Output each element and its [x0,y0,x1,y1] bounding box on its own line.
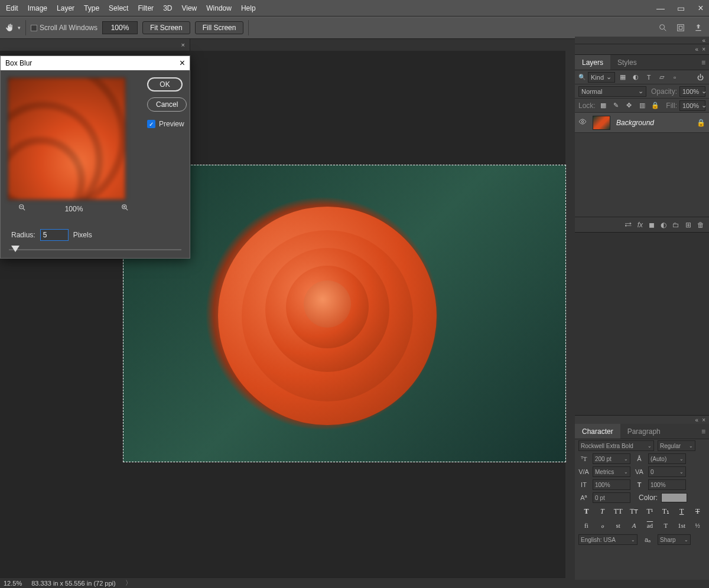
cancel-button[interactable]: Cancel [147,97,187,112]
lock-all-icon[interactable]: 🔒 [650,100,661,111]
ot-contextual-button[interactable]: ℴ [594,520,610,531]
filter-type-icon[interactable]: T [643,72,654,83]
adjustment-icon[interactable]: ◐ [661,221,666,229]
char-close-icon[interactable]: × [702,417,705,423]
window-minimize-icon[interactable]: — [655,4,666,13]
layer-list-area[interactable] [575,133,709,217]
lock-paint-icon[interactable]: ✎ [611,100,622,111]
share-icon[interactable] [694,23,703,32]
lock-trans-icon[interactable]: ▩ [598,100,609,111]
menu-window[interactable]: Window [201,0,236,16]
status-zoom[interactable]: 12.5% [4,580,22,587]
visibility-icon[interactable] [578,117,587,128]
link-layers-icon[interactable]: ⮂ [625,221,632,229]
filter-pixel-icon[interactable]: ▦ [617,72,628,83]
kerning-field[interactable]: Metrics⌄ [593,466,630,477]
allcaps-button[interactable]: TT [610,505,626,517]
tab-styles[interactable]: Styles [610,55,644,70]
window-maximize-icon[interactable]: ▭ [675,4,687,13]
blend-mode-select[interactable]: Normal⌄ [578,86,646,97]
ot-ligature-button[interactable]: fi [578,520,594,531]
antialias-select[interactable]: Sharp⌄ [658,534,691,545]
window-close-icon[interactable]: × [695,3,707,14]
tab-character[interactable]: Character [575,424,620,439]
menu-view[interactable]: View [177,0,201,16]
new-layer-icon[interactable]: ⊞ [685,221,691,229]
tool-chevron-icon[interactable]: ▾ [18,25,21,31]
strike-button[interactable]: T [690,505,705,517]
fill-screen-button[interactable]: Fill Screen [195,21,244,34]
language-select[interactable]: English: USA⌄ [578,534,638,545]
fill-field[interactable]: 100%⌄ [679,100,705,111]
char-menu-icon[interactable]: ≡ [701,427,705,436]
fit-screen-button[interactable]: Fit Screen [142,21,190,34]
font-family-select[interactable]: Rockwell Extra Bold⌄ [578,440,654,451]
tab-layers[interactable]: Layers [575,55,610,70]
document-tab[interactable]: × [0,39,190,51]
tracking-field[interactable]: 0⌄ [648,466,686,477]
layer-kind-filter[interactable]: Kind⌄ [588,72,615,83]
group-icon[interactable]: 🗀 [672,221,679,229]
filter-adjust-icon[interactable]: ◐ [630,72,641,83]
filter-shape-icon[interactable]: ▱ [656,72,667,83]
status-doc-info[interactable]: 83.333 in x 55.556 in (72 ppi) [31,580,116,587]
lock-pos-icon[interactable]: ✥ [624,100,635,111]
hscale-field[interactable]: 100% [648,479,686,490]
menu-select[interactable]: Select [104,0,133,16]
filter-smart-icon[interactable]: ▫ [669,72,680,83]
preview-checkbox[interactable]: ✓ Preview [147,120,184,128]
dialog-close-icon[interactable]: × [180,58,185,68]
search-icon[interactable] [658,23,668,32]
radius-slider[interactable] [9,244,181,255]
ot-discretionary-button[interactable]: st [610,520,626,531]
dialog-titlebar[interactable]: Box Blur × [1,56,190,70]
text-color-swatch[interactable] [661,493,687,502]
baseline-field[interactable]: 0 pt [593,492,630,503]
subscript-button[interactable]: T₁ [658,505,674,517]
ot-fractions-button[interactable]: ½ [690,520,705,531]
font-style-select[interactable]: Regular⌄ [658,440,695,451]
menu-filter[interactable]: Filter [133,0,158,16]
zoom-level-field[interactable]: 100% [102,21,138,34]
tab-close-icon[interactable]: × [181,41,185,48]
char-collapse-icon[interactable]: « [695,417,699,423]
layer-name[interactable]: Background [616,119,654,127]
superscript-button[interactable]: T¹ [642,505,658,517]
collapse-icon[interactable]: « [702,37,705,44]
quickmask-icon[interactable] [676,23,685,32]
faux-italic-button[interactable]: T [594,505,610,517]
layer-thumbnail[interactable] [593,116,610,130]
ot-titling-button[interactable]: T [658,520,674,531]
opacity-field[interactable]: 100%⌄ [679,86,705,97]
fx-icon[interactable]: fx [638,221,643,229]
status-flyout-icon[interactable]: 〉 [125,579,132,587]
ot-ordinals-button[interactable]: 1st [674,520,690,531]
ot-swash-button[interactable]: A [626,520,642,531]
leading-field[interactable]: (Auto)⌄ [648,453,686,464]
zoom-in-icon[interactable] [121,204,129,214]
tab-paragraph[interactable]: Paragraph [620,424,668,439]
lock-nest-icon[interactable]: ▥ [637,100,648,111]
layer-row-background[interactable]: Background 🔒 [575,113,709,133]
underline-button[interactable]: T [674,505,690,517]
ot-stylistic-button[interactable]: ad [642,520,658,531]
slider-knob-icon[interactable] [11,246,19,252]
mini-close-icon[interactable]: × [702,46,705,53]
menu-image[interactable]: Image [23,0,52,16]
layer-lock-icon[interactable]: 🔒 [697,119,705,127]
hand-tool-indicator[interactable]: ▾ [5,22,21,33]
smallcaps-button[interactable]: Tᴛ [626,505,642,517]
menu-edit[interactable]: Edit [1,0,23,16]
font-size-field[interactable]: 200 pt⌄ [593,453,630,464]
vscale-field[interactable]: 100% [593,479,630,490]
panel-menu-icon[interactable]: ≡ [701,58,705,67]
dialog-preview[interactable] [8,77,126,200]
menu-help[interactable]: Help [236,0,261,16]
scroll-all-windows-checkbox[interactable]: Scroll All Windows [31,24,97,32]
collapsed-panel-area[interactable] [575,232,709,415]
collapse-icon-2[interactable]: « [695,46,699,53]
radius-input[interactable]: 5 [40,229,69,241]
mask-icon[interactable]: ◼ [649,221,655,229]
menu-layer[interactable]: Layer [52,0,79,16]
menu-3d[interactable]: 3D [158,0,177,16]
